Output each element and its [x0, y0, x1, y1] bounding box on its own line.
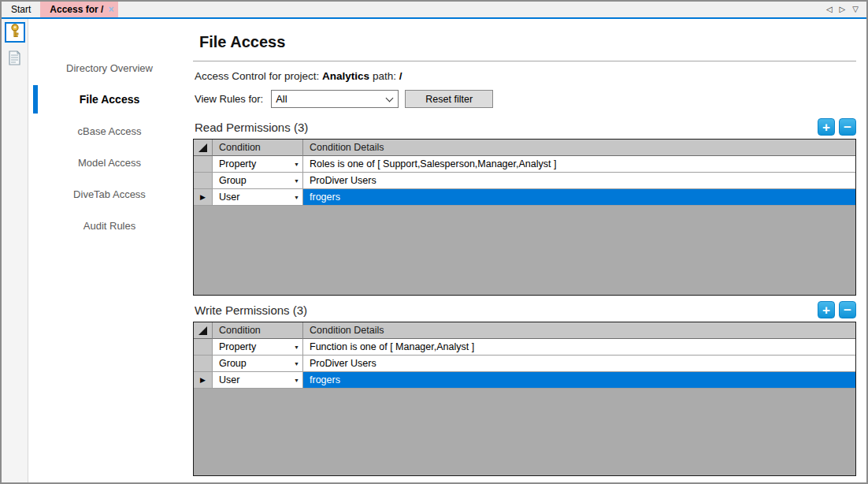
condition-details-cell[interactable]: ProDiver Users [303, 173, 855, 189]
condition-details-cell[interactable]: Function is one of [ Manager,Analyst ] [303, 339, 855, 356]
path-value: / [399, 70, 402, 82]
tab-bar-spacer [118, 2, 825, 17]
close-tab-icon[interactable]: × [108, 5, 113, 14]
condition-value: Property [219, 158, 256, 169]
tab-list-icon[interactable]: ▽ [852, 6, 859, 13]
condition-dropdown[interactable]: User ▼ [213, 189, 303, 206]
row-header[interactable]: ▶ [194, 372, 213, 389]
write-permissions-header: Write Permissions (3) + − [195, 300, 856, 319]
table-empty-area [194, 389, 855, 475]
sidebar-item-label: File Access [80, 93, 140, 106]
tab-nav-arrows: ◁ ▷ ▽ [826, 2, 866, 17]
table-header-row: Condition Condition Details [194, 140, 855, 156]
condition-details-column-header: Condition Details [303, 322, 855, 339]
sidebar-item-label: Directory Overview [66, 62, 153, 74]
window-body: Directory Overview File Access cBase Acc… [2, 19, 866, 482]
select-all-corner[interactable] [194, 322, 213, 339]
condition-dropdown[interactable]: Property ▼ [213, 339, 303, 356]
document-tool[interactable] [5, 49, 25, 69]
sidebar-item-audit-rules[interactable]: Audit Rules [28, 210, 191, 241]
current-row-icon: ▶ [200, 377, 206, 384]
tab-start[interactable]: Start [2, 2, 40, 17]
select-all-corner[interactable] [194, 140, 213, 156]
page-title: File Access [199, 33, 856, 51]
row-header[interactable]: ▶ [194, 189, 213, 206]
table-row[interactable]: ▶ User ▼ frogers [194, 372, 855, 389]
condition-dropdown[interactable]: Group ▼ [213, 356, 303, 372]
dropdown-arrow-icon: ▼ [294, 195, 299, 200]
dropdown-arrow-icon: ▼ [294, 378, 299, 383]
sidebar-item-label: DiveTab Access [73, 188, 146, 200]
sidebar: Directory Overview File Access cBase Acc… [28, 19, 191, 482]
condition-details-column-header: Condition Details [303, 140, 855, 156]
tab-scroll-left-icon[interactable]: ◁ [826, 6, 833, 13]
remove-read-rule-button[interactable]: − [839, 118, 856, 136]
current-row-icon: ▶ [200, 194, 206, 201]
read-permissions-title: Read Permissions (3) [195, 121, 308, 134]
remove-write-rule-button[interactable]: − [839, 301, 856, 318]
sidebar-item-file-access[interactable]: File Access [28, 84, 191, 115]
table-header-row: Condition Condition Details [194, 322, 855, 339]
condition-dropdown[interactable]: Property ▼ [213, 156, 303, 173]
condition-value: Group [219, 175, 247, 186]
dropdown-arrow-icon: ▼ [294, 344, 299, 350]
active-indicator-bar [33, 85, 38, 114]
project-name: Analytics [322, 70, 369, 82]
access-control-line: Access Control for project: Analytics pa… [195, 70, 856, 82]
condition-dropdown[interactable]: User ▼ [213, 372, 303, 389]
condition-dropdown[interactable]: Group ▼ [213, 173, 303, 189]
table-row[interactable]: ▶ Group ▼ ProDiver Users [194, 173, 855, 189]
dropdown-arrow-icon: ▼ [294, 178, 299, 184]
dropdown-arrow-icon: ▼ [294, 361, 299, 367]
condition-column-header: Condition [213, 322, 303, 339]
row-header[interactable]: ▶ [194, 173, 213, 189]
table-row[interactable]: ▶ Group ▼ ProDiver Users [194, 356, 855, 372]
tab-bar: Start Access for / × ◁ ▷ ▽ [2, 2, 866, 19]
dropdown-arrow-icon: ▼ [294, 162, 299, 167]
condition-details-cell[interactable]: Roles is one of [ Support,Salesperson,Ma… [303, 156, 855, 173]
select-all-triangle-icon [198, 143, 207, 152]
condition-details-cell[interactable]: frogers [303, 189, 855, 206]
document-icon [8, 50, 21, 69]
main-content: File Access Access Control for project: … [191, 19, 866, 482]
add-read-rule-button[interactable]: + [818, 118, 835, 136]
row-header[interactable]: ▶ [194, 156, 213, 173]
reset-filter-button[interactable]: Reset filter [405, 90, 493, 108]
write-permissions-table: Condition Condition Details ▶ Property ▼… [193, 322, 856, 476]
condition-details-cell[interactable]: ProDiver Users [303, 356, 855, 372]
sidebar-item-label: Audit Rules [83, 220, 135, 232]
row-header[interactable]: ▶ [194, 356, 213, 372]
access-line-prefix: Access Control for project: [195, 70, 319, 82]
filter-row: View Rules for: All Reset filter [195, 90, 856, 108]
table-row[interactable]: ▶ Property ▼ Roles is one of [ Support,S… [194, 156, 855, 173]
condition-details-cell[interactable]: frogers [303, 372, 855, 389]
table-row[interactable]: ▶ User ▼ frogers [194, 189, 855, 206]
view-rules-selected-value: All [276, 93, 287, 105]
write-permissions-buttons: + − [818, 301, 856, 318]
read-permissions-buttons: + − [818, 118, 856, 136]
table-empty-area [194, 206, 855, 295]
condition-value: Property [219, 341, 256, 352]
condition-value: Group [219, 358, 247, 369]
application-window: Start Access for / × ◁ ▷ ▽ [0, 0, 868, 484]
condition-column-header: Condition [213, 140, 303, 156]
read-permissions-table: Condition Condition Details ▶ Property ▼… [193, 139, 856, 296]
sidebar-item-cbase-access[interactable]: cBase Access [28, 115, 191, 147]
condition-value: User [219, 192, 239, 203]
sidebar-item-label: Model Access [78, 157, 141, 169]
row-header[interactable]: ▶ [194, 339, 213, 356]
table-row[interactable]: ▶ Property ▼ Function is one of [ Manage… [194, 339, 855, 356]
view-rules-dropdown[interactable]: All [271, 90, 399, 108]
tab-start-label: Start [11, 4, 31, 15]
key-icon [8, 24, 22, 41]
view-rules-label: View Rules for: [195, 93, 263, 105]
tab-access-for[interactable]: Access for / × [40, 2, 118, 17]
sidebar-item-directory-overview[interactable]: Directory Overview [28, 52, 191, 84]
write-permissions-title: Write Permissions (3) [195, 303, 307, 317]
sidebar-item-model-access[interactable]: Model Access [28, 147, 191, 178]
access-key-tool[interactable] [5, 22, 25, 43]
sidebar-item-label: cBase Access [78, 125, 142, 137]
tab-scroll-right-icon[interactable]: ▷ [840, 6, 846, 13]
add-write-rule-button[interactable]: + [818, 301, 835, 318]
sidebar-item-divetab-access[interactable]: DiveTab Access [28, 178, 191, 210]
